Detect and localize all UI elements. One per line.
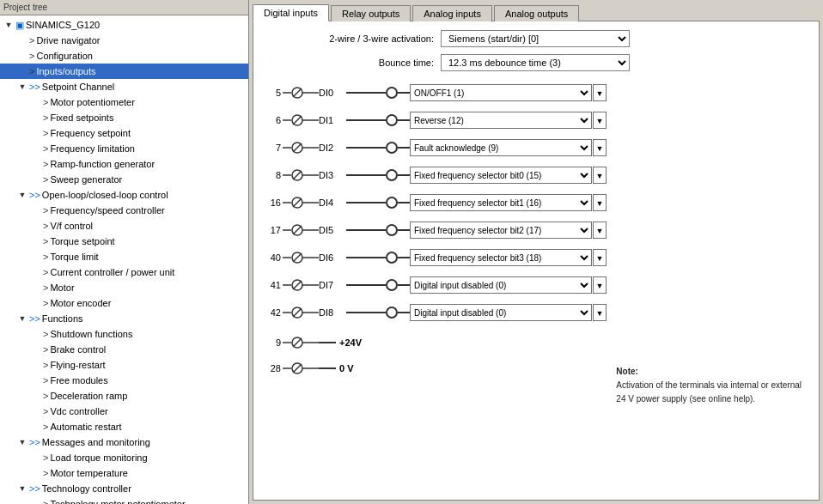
tab-digital-inputs[interactable]: Digital inputs [253, 4, 329, 21]
tab-relay-outputs[interactable]: Relay outputs [331, 5, 411, 21]
tree-label-load-torque: Load torque monitoring [50, 452, 147, 463]
tree-item-freq-setpoint[interactable]: >Frequency setpoint [0, 125, 248, 141]
di-function-select-di2[interactable]: Fault acknowledge (9) [410, 139, 592, 156]
tree-item-sweep-gen[interactable]: >Sweep generator [0, 172, 248, 187]
di-dropdown-btn-di4[interactable]: ▼ [593, 194, 607, 211]
tree-item-decel-ramp[interactable]: >Deceleration ramp [0, 388, 248, 404]
tree-item-shutdown-funcs[interactable]: >Shutdown functions [0, 326, 248, 342]
tree-item-motor-pot[interactable]: >Motor potentiometer [0, 94, 248, 110]
tree-item-auto-restart[interactable]: >Automatic restart [0, 419, 248, 434]
wire-right-di4 [398, 202, 410, 203]
di-function-select-di1[interactable]: Reverse (12) [410, 112, 592, 129]
di-label-di2: DI2 [319, 143, 346, 153]
leaf-icon-shutdown-funcs: > [43, 329, 48, 339]
tree-item-sinamics[interactable]: ▼▣SINAMICS_G120 [0, 17, 248, 33]
expand-icon-setpoint[interactable]: ▼ [15, 82, 29, 91]
node-circle-di6 [386, 252, 398, 264]
tree-item-tech-motor-pot[interactable]: >Technology motor potentiometer [0, 496, 248, 504]
leaf-icon-free-modules: > [43, 375, 48, 386]
di-dropdown-btn-di1[interactable]: ▼ [593, 112, 607, 129]
wire-left-di6 [346, 257, 386, 258]
node-circle-di2 [386, 142, 398, 154]
expand-icon-open-loop[interactable]: ▼ [15, 191, 29, 199]
wire-activation-select[interactable]: Siemens (start/dir) [0] [441, 30, 630, 47]
tree-item-motor-encoder[interactable]: >Motor encoder [0, 295, 248, 311]
node-circle-di5 [386, 224, 398, 236]
di-function-select-di5[interactable]: Fixed frequency selector bit2 (17) [410, 222, 592, 239]
tree-item-load-torque[interactable]: >Load torque monitoring [0, 450, 248, 465]
expand-icon-sinamics[interactable]: ▼ [2, 21, 15, 29]
wire-left-di3 [346, 174, 386, 176]
tree-label-free-modules: Free modules [50, 375, 107, 386]
tree-item-config[interactable]: >Configuration [0, 48, 248, 64]
di-function-select-di0[interactable]: ON/OFF1 (1) [410, 84, 592, 101]
tree-item-setpoint[interactable]: ▼>>Setpoint Channel [0, 79, 248, 94]
di-function-select-di4[interactable]: Fixed frequency selector bit1 (16) [410, 194, 592, 211]
tree-label-freq-limit: Frequency limitation [50, 143, 134, 154]
wire-left-di4 [346, 202, 386, 203]
bounce-time-label: Bounce time: [262, 58, 434, 68]
power-pin-num-28: 28 [262, 363, 283, 373]
tree-item-messages[interactable]: ▼>>Messages and monitoring [0, 434, 248, 450]
pin-num-di1: 6 [262, 115, 283, 125]
pin-num-di2: 7 [262, 143, 283, 153]
di-dropdown-btn-di0[interactable]: ▼ [593, 84, 607, 101]
tree-item-functions[interactable]: ▼>>Functions [0, 311, 248, 326]
leaf-icon-sweep-gen: > [43, 174, 48, 185]
bounce-time-select[interactable]: 12.3 ms debounce time (3) [441, 54, 630, 71]
tab-analog-inputs[interactable]: Analog inputs [412, 5, 492, 21]
di-dropdown-btn-di5[interactable]: ▼ [593, 222, 607, 239]
di-row-di7: 41 DI7 Digital input disabled (0) ▼ [262, 272, 810, 298]
tree-item-motor-temp[interactable]: >Motor temperature [0, 465, 248, 481]
tree-item-brake-ctrl[interactable]: >Brake control [0, 342, 248, 357]
tree-item-free-modules[interactable]: >Free modules [0, 373, 248, 388]
tree-item-motor[interactable]: >Motor [0, 280, 248, 295]
di-dropdown-btn-di3[interactable]: ▼ [593, 167, 607, 184]
tree-container[interactable]: ▼▣SINAMICS_G120>Drive navigator>Configur… [0, 15, 248, 504]
tree-item-freq-speed[interactable]: >Frequency/speed controller [0, 203, 248, 218]
di-label-di0: DI0 [319, 88, 346, 98]
tree-item-torque-limit[interactable]: >Torque limit [0, 249, 248, 264]
leaf-icon-motor-temp: > [43, 468, 48, 478]
wire-right-di7 [398, 284, 410, 286]
power-row-9: 9 +24V [262, 331, 810, 355]
tree-item-freq-limit[interactable]: >Frequency limitation [0, 141, 248, 156]
contact-symbol-di2 [283, 137, 319, 158]
di-function-select-di3[interactable]: Fixed frequency selector bit0 (15) [410, 167, 592, 184]
power-contact-9 [283, 332, 319, 353]
tree-item-vf-control[interactable]: >V/f control [0, 218, 248, 234]
tree-item-flying-restart[interactable]: >Flying-restart [0, 357, 248, 373]
tab-analog-outputs[interactable]: Analog outputs [494, 5, 579, 21]
wire-right-di3 [398, 174, 410, 176]
tree-item-vdc-ctrl[interactable]: >Vdc controller [0, 404, 248, 419]
expand-icon-tech-ctrl[interactable]: ▼ [15, 484, 29, 493]
power-label-9: +24V [339, 337, 362, 348]
di-row-di0: 5 DI0 ON/OFF1 (1) ▼ [262, 80, 810, 106]
di-dropdown-btn-di8[interactable]: ▼ [593, 304, 607, 321]
tree-item-open-loop[interactable]: ▼>>Open-loop/closed-loop control [0, 187, 248, 203]
di-function-select-di6[interactable]: Fixed frequency selector bit3 (18) [410, 249, 592, 266]
di-function-select-di8[interactable]: Digital input disabled (0) [410, 304, 592, 321]
tree-label-messages: Messages and monitoring [42, 437, 150, 447]
leaf-icon-torque-setpoint: > [43, 236, 48, 246]
di-dropdown-btn-di2[interactable]: ▼ [593, 139, 607, 156]
tree-label-open-loop: Open-loop/closed-loop control [42, 190, 168, 200]
tree-item-drive-nav[interactable]: >Drive navigator [0, 33, 248, 48]
pin-num-di4: 16 [262, 197, 283, 208]
di-dropdown-btn-di6[interactable]: ▼ [593, 249, 607, 266]
expand-icon-messages[interactable]: ▼ [15, 438, 29, 446]
tree-label-fixed-setpoints: Fixed setpoints [50, 112, 113, 123]
expand-icon-functions[interactable]: ▼ [15, 314, 29, 323]
di-dropdown-btn-di7[interactable]: ▼ [593, 276, 607, 294]
di-row-di8: 42 DI8 Digital input disabled (0) ▼ [262, 300, 810, 325]
tree-item-ramp-func[interactable]: >Ramp-function generator [0, 156, 248, 172]
tree-item-current-ctrl[interactable]: >Current controller / power unit [0, 264, 248, 280]
tree-item-torque-setpoint[interactable]: >Torque setpoint [0, 234, 248, 249]
di-function-select-di7[interactable]: Digital input disabled (0) [410, 276, 592, 294]
tree-item-tech-ctrl[interactable]: ▼>>Technology controller [0, 481, 248, 496]
tab-content: 2-wire / 3-wire activation: Siemens (sta… [253, 21, 820, 501]
tree-header-label: Project tree [3, 3, 47, 12]
tree-item-inputs-outputs[interactable]: >Inputs/outputs [0, 64, 248, 79]
tree-item-fixed-setpoints[interactable]: >Fixed setpoints [0, 110, 248, 125]
leaf-icon-ramp-func: > [43, 159, 48, 169]
